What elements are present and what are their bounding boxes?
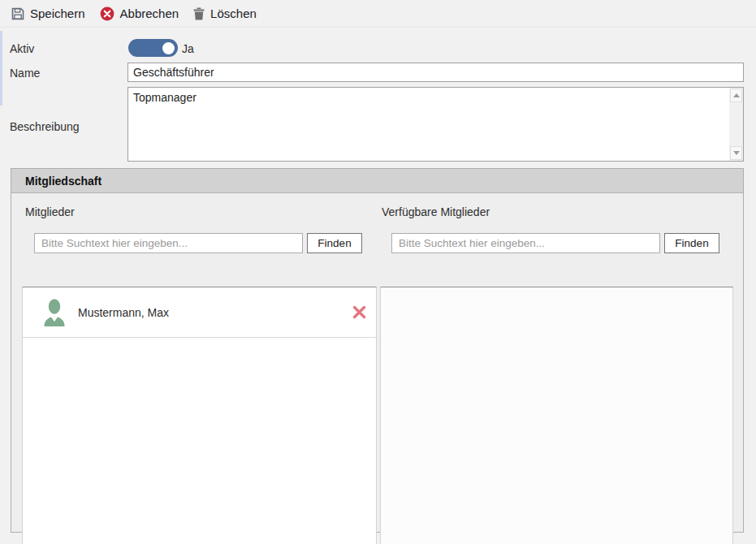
membership-title: Mitgliedschaft [25,175,102,188]
toggle-knob [162,42,175,54]
members-list: Mustermann, Max [22,287,377,544]
available-members-list [380,287,733,544]
beschreibung-textarea[interactable]: Topmanager [128,88,729,161]
members-column-label: Mitglieder [25,205,75,218]
available-search-input[interactable] [391,233,660,253]
delete-button[interactable]: Löschen [190,3,265,24]
remove-member-icon[interactable] [352,305,366,322]
triangle-up-icon [733,93,740,97]
aktiv-toggle-value: Ja [182,42,194,55]
save-floppy-icon [11,7,24,20]
beschreibung-label: Beschreibung [10,120,80,133]
membership-panel-body: Mitglieder Verfügbare Mitglieder Finden … [11,193,743,532]
available-members-column-label: Verfügbare Mitglieder [382,205,490,218]
name-input[interactable] [127,63,744,82]
membership-panel: Mitgliedschaft Mitglieder Verfügbare Mit… [11,168,744,533]
cancel-button-label: Abbrechen [120,6,179,20]
toolbar: Speichern Abbrechen Löschen [0,0,756,28]
name-label: Name [10,67,40,80]
members-find-button[interactable]: Finden [307,233,362,253]
membership-panel-header: Mitgliedschaft [11,169,743,193]
aktiv-label: Aktiv [10,42,34,55]
delete-button-label: Löschen [210,6,257,20]
save-button-label: Speichern [30,6,85,20]
triangle-down-icon [733,151,740,155]
scroll-down-button[interactable] [730,146,742,160]
left-accent-strip [0,31,2,106]
save-button[interactable]: Speichern [8,3,93,24]
scroll-up-button[interactable] [730,89,742,102]
person-icon [43,299,66,330]
available-find-button[interactable]: Finden [664,233,719,253]
cancel-x-circle-icon [100,6,114,21]
members-search-input[interactable] [34,233,303,253]
trash-icon [193,7,205,20]
member-name: Mustermann, Max [78,306,169,319]
beschreibung-field: Topmanager [127,87,744,162]
aktiv-toggle[interactable] [128,39,178,57]
beschreibung-scrollbar[interactable] [729,88,743,161]
cancel-button[interactable]: Abbrechen [97,3,188,24]
member-list-item[interactable]: Mustermann, Max [23,287,376,338]
